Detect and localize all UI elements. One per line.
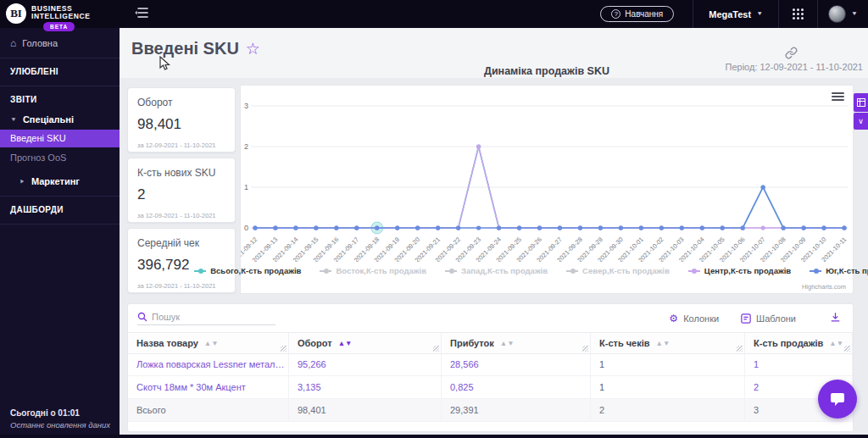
column-header[interactable]: К-сть чеків▲▼ xyxy=(591,333,745,353)
workspace-name: MegaTest xyxy=(709,9,751,19)
table-search[interactable] xyxy=(137,312,275,325)
sidebar-item-entered-sku[interactable]: Введені SKU xyxy=(0,130,120,147)
column-header[interactable]: Прибуток▲▼ xyxy=(442,333,591,353)
gear-icon: ⚙ xyxy=(669,313,678,324)
chart-table-view-button[interactable] xyxy=(854,93,868,112)
sidebar-item-home[interactable]: ⌂ Головна xyxy=(0,33,120,53)
workspace-selector[interactable]: MegaTest ▼ xyxy=(693,9,778,19)
page-title: Введені SKU ☆ xyxy=(131,39,260,58)
table-cell: 28,566 xyxy=(442,353,591,376)
home-icon: ⌂ xyxy=(10,33,16,53)
sidebar-section-favorites: УЛЮБЛЕНІ xyxy=(0,63,120,81)
top-bar: BI BUSINESS INTELLIGENCE BETA ? Навчання… xyxy=(0,0,868,28)
chat-widget-button[interactable] xyxy=(818,380,857,419)
chart-context-menu-icon[interactable] xyxy=(832,91,844,103)
chevron-down-icon: ▼ xyxy=(10,111,17,127)
last-update-time: Сьогодні о 01:01 xyxy=(10,408,110,418)
chevron-down-icon: ▼ xyxy=(756,11,763,17)
kpi-card[interactable]: Середній чек396,792за 12-09-2021 - 11-10… xyxy=(127,228,236,293)
divider xyxy=(0,196,120,197)
chart-collapse-button[interactable]: ∨ xyxy=(854,113,868,130)
table-row: Ложка поварская Lessner металл Antonia95… xyxy=(128,353,853,376)
sidebar-toggle-icon[interactable] xyxy=(135,7,148,21)
divider xyxy=(0,86,120,86)
main-content: Введені SKU ☆ Період: 12-09-2021 - 11-10… xyxy=(120,28,868,438)
templates-button[interactable]: Шаблони xyxy=(741,313,796,324)
training-button[interactable]: ? Навчання xyxy=(600,6,674,22)
svg-text:3: 3 xyxy=(244,102,248,110)
svg-text:0: 0 xyxy=(244,224,248,232)
legend-item[interactable]: Север,К-сть продажів xyxy=(566,266,670,275)
legend-item[interactable]: Восток,К-сть продажів xyxy=(320,266,426,275)
chart-title: Динаміка продажів SKU xyxy=(240,65,854,77)
svg-text:2: 2 xyxy=(244,142,248,151)
column-resize-handle[interactable] xyxy=(844,346,850,352)
column-header[interactable]: Оборот▲▼ xyxy=(289,333,442,353)
kpi-period: за 12-09-2021 - 11-10-2021 xyxy=(137,282,226,290)
sidebar-group-special[interactable]: ▼ Спеціальні xyxy=(0,109,120,130)
table-cell: 98,401 xyxy=(289,399,442,422)
sidebar-group-marketing[interactable]: ▼ Маркетинг xyxy=(0,171,120,191)
bottom-edge xyxy=(0,435,868,438)
last-update-info: Сьогодні о 01:01 Останнє оновлення даних xyxy=(10,408,110,430)
divider xyxy=(0,224,120,225)
legend-item[interactable]: Юг,К-сть продажів xyxy=(810,266,868,275)
product-name-link[interactable]: Ложка поварская Lessner металл Antonia xyxy=(128,353,289,376)
product-name-link[interactable]: Скотч 18мм * 30м Акцент xyxy=(128,376,289,399)
chat-bubble-icon xyxy=(828,391,847,408)
bi-logo-icon: BI xyxy=(6,3,26,24)
sort-icon[interactable]: ▲▼ xyxy=(338,333,353,353)
sort-icon[interactable]: ▲▼ xyxy=(204,333,219,353)
columns-button[interactable]: ⚙ Колонки xyxy=(669,313,719,324)
divider xyxy=(0,58,120,58)
table-body: Ложка поварская Lessner металл Antonia95… xyxy=(128,353,853,422)
sort-icon[interactable]: ▲▼ xyxy=(656,333,670,353)
user-menu[interactable]: ▼ xyxy=(818,5,868,23)
kpi-label: Оборот xyxy=(137,97,226,108)
favorite-star-icon[interactable]: ☆ xyxy=(246,41,260,58)
sort-icon[interactable]: ▲▼ xyxy=(829,333,843,353)
table-cell: 0,825 xyxy=(442,376,591,399)
apps-grid-icon[interactable] xyxy=(779,8,817,19)
legend-marker-icon xyxy=(688,268,700,274)
beta-badge: BETA xyxy=(43,22,75,31)
table-icon xyxy=(857,98,865,107)
legend-marker-icon xyxy=(566,268,578,274)
kpi-period: за 12-09-2021 - 11-10-2021 xyxy=(137,141,226,149)
sidebar-item-oos-forecast[interactable]: Прогноз OoS xyxy=(0,147,120,168)
table-row: Скотч 18мм * 30м Акцент3,1350,82512 xyxy=(128,376,853,399)
column-resize-handle[interactable] xyxy=(281,346,287,352)
legend-label: Запад,К-сть продажів xyxy=(461,266,548,275)
kpi-value: 98,401 xyxy=(137,116,226,133)
search-input[interactable] xyxy=(152,312,270,322)
legend-item[interactable]: Всього,К-сть продажів xyxy=(194,266,301,275)
share-link-icon[interactable] xyxy=(785,47,798,63)
total-label: Всього xyxy=(128,399,289,422)
sidebar: ⌂ Головна УЛЮБЛЕНІ ЗВІТИ ▼ Спеціальні Вв… xyxy=(0,28,120,438)
download-button[interactable] xyxy=(830,312,841,325)
svg-text:1: 1 xyxy=(244,183,248,191)
legend-item[interactable]: Запад,К-сть продажів xyxy=(445,266,548,275)
chevron-right-icon: ▼ xyxy=(14,178,30,185)
line-chart: 01232021-09-122021-09-132021-09-142021-0… xyxy=(241,86,853,262)
highcharts-credit[interactable]: Highcharts.com xyxy=(802,283,846,291)
kpi-card[interactable]: К-сть нових SKU2за 12-09-2021 - 11-10-20… xyxy=(127,158,236,223)
training-label: Навчання xyxy=(625,9,663,19)
sidebar-section-dashboards: ДАШБОРДИ xyxy=(0,201,120,219)
table-toolbar: ⚙ Колонки Шаблони xyxy=(128,304,853,332)
mouse-cursor xyxy=(159,56,170,71)
column-resize-handle[interactable] xyxy=(582,346,588,352)
column-resize-handle[interactable] xyxy=(737,346,743,352)
legend-label: Всього,К-сть продажів xyxy=(210,266,301,275)
legend-marker-icon xyxy=(194,268,206,274)
brand-logo: BI BUSINESS INTELLIGENCE BETA xyxy=(0,0,120,28)
column-header[interactable]: К-сть продажів▲▼ xyxy=(745,333,853,353)
sort-icon[interactable]: ▲▼ xyxy=(500,333,515,353)
column-resize-handle[interactable] xyxy=(433,346,439,352)
legend-item[interactable]: Центр,К-сть продажів xyxy=(688,266,791,275)
table-cell: 1 xyxy=(591,353,745,376)
column-header[interactable]: Назва товару▲▼ xyxy=(128,333,289,353)
menu-fold-icon xyxy=(135,7,148,19)
kpi-card[interactable]: Оборот98,401за 12-09-2021 - 11-10-2021 xyxy=(127,87,236,152)
chevron-down-icon: ▼ xyxy=(851,11,858,17)
